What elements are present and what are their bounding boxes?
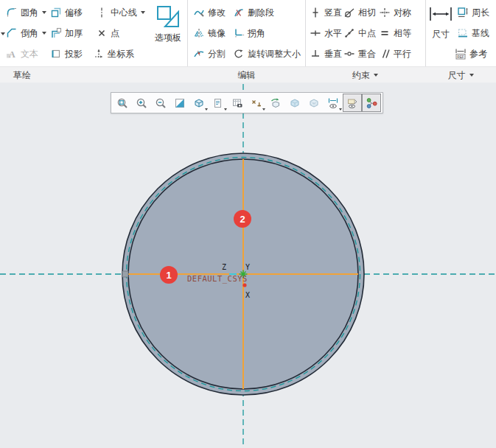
- csys-x-axis-dot: [242, 283, 246, 287]
- group-label-sketch[interactable]: 草绘: [0, 67, 44, 83]
- coincident-constraint-icon: [343, 48, 355, 60]
- modify-button[interactable]: 修改: [193, 4, 226, 21]
- corner-button[interactable]: 拐角: [233, 24, 265, 42]
- dimension-label: 尺寸: [432, 28, 450, 41]
- datum-display-dropdown-icon[interactable]: [262, 108, 265, 111]
- sketch-display-icon: [346, 97, 358, 109]
- zoom-in-button[interactable]: [132, 94, 151, 112]
- view-toolbar: [111, 92, 383, 113]
- datum-display-button[interactable]: [247, 94, 266, 112]
- marker-badge-1[interactable]: 1: [160, 266, 178, 284]
- shaded-view-button[interactable]: [285, 94, 304, 112]
- modify-icon: [193, 7, 205, 18]
- display-style-button[interactable]: [189, 94, 209, 112]
- sketch-canvas[interactable]: Z Y X DEFAULT_CSYS: [0, 83, 496, 448]
- constraints-dropdown-icon[interactable]: [374, 74, 378, 77]
- constraint-horizontal-button[interactable]: 水平: [310, 24, 342, 42]
- vertex-handle[interactable]: [122, 271, 128, 277]
- dimension-button[interactable]: 尺寸: [425, 6, 456, 41]
- centerline-dropdown-icon[interactable]: [141, 11, 145, 14]
- palette-button[interactable]: 选项板: [149, 5, 187, 44]
- delete-segment-button[interactable]: 删除段: [233, 4, 274, 21]
- clipped-dropdown-icon[interactable]: [1, 32, 5, 35]
- dimension-group-label: 尺寸: [448, 69, 466, 82]
- constraint-coincident-button[interactable]: 重合: [343, 45, 376, 63]
- dimension-display-button[interactable]: [324, 94, 343, 112]
- dimension-dropdown-icon[interactable]: [469, 74, 474, 77]
- constraint-parallel-button[interactable]: 平行: [379, 45, 411, 63]
- dimension-display-icon: [327, 97, 339, 109]
- display-style-dropdown-icon[interactable]: [205, 108, 208, 111]
- corner-icon: [233, 27, 245, 39]
- point-button[interactable]: 点: [96, 24, 119, 42]
- thicken-label: 加厚: [65, 27, 83, 40]
- badge-2-number: 2: [240, 214, 245, 225]
- project-button[interactable]: 投影: [50, 45, 83, 63]
- constraint-label: 垂直: [324, 48, 342, 60]
- saved-views-dropdown-icon[interactable]: [224, 108, 227, 111]
- refit-button[interactable]: [113, 94, 132, 112]
- constraint-equal-button[interactable]: 相等: [379, 24, 411, 42]
- constraint-midpoint-button[interactable]: 中点: [343, 24, 376, 42]
- datum-display-icon: [251, 97, 262, 109]
- axis-label-z: Z: [222, 263, 226, 271]
- perimeter-button[interactable]: 周长: [457, 4, 489, 21]
- axis-label-y: Y: [245, 263, 250, 271]
- reference-icon: REF: [455, 48, 467, 60]
- delete-segment-icon: [233, 7, 245, 18]
- reorient-button[interactable]: [266, 94, 285, 112]
- constraint-vertical-button[interactable]: 竖直: [310, 4, 342, 21]
- zoom-out-icon: [155, 97, 167, 109]
- baseline-label: 基线: [472, 27, 489, 40]
- group-label-constraints[interactable]: 约束: [305, 67, 425, 83]
- thicken-button[interactable]: 加厚: [50, 24, 83, 42]
- sketch-orientation-icon: [366, 97, 377, 109]
- fillet-button[interactable]: 圆角: [6, 4, 46, 21]
- fillet-dropdown-icon[interactable]: [42, 11, 46, 14]
- constraint-label: 重合: [358, 48, 376, 60]
- point-label: 点: [111, 27, 119, 40]
- constraint-perpendicular-button[interactable]: 垂直: [310, 45, 342, 63]
- mirror-button[interactable]: 镜像: [193, 24, 226, 42]
- csys-tag[interactable]: DEFAULT_CSYS: [187, 274, 248, 284]
- constraint-label: 中点: [358, 27, 376, 40]
- chamfer-dropdown-icon[interactable]: [42, 32, 46, 35]
- constraint-tangent-button[interactable]: 相切: [343, 4, 376, 21]
- coordinate-system-button[interactable]: 坐标系: [93, 45, 134, 63]
- tangent-constraint-icon: [343, 7, 355, 18]
- constraint-label: 水平: [324, 27, 342, 40]
- sketch-orientation-button[interactable]: [362, 94, 381, 112]
- text-icon: A: [6, 48, 18, 60]
- centerline-button[interactable]: 中心线: [96, 4, 145, 21]
- text-button[interactable]: A 文本: [6, 45, 38, 63]
- marker-badge-2[interactable]: 2: [234, 210, 251, 228]
- rotate-resize-button[interactable]: 旋转调整大小: [233, 45, 301, 63]
- reference-button[interactable]: REF 参考: [455, 45, 487, 63]
- perimeter-label: 周长: [472, 7, 489, 19]
- text-label: 文本: [21, 48, 38, 60]
- offset-button[interactable]: 偏移: [50, 4, 83, 21]
- zoom-out-button[interactable]: [151, 94, 170, 112]
- constraint-label: 竖直: [324, 7, 342, 19]
- dimension-display-dropdown-icon[interactable]: [339, 108, 342, 111]
- view-manager-icon: [231, 97, 243, 109]
- baseline-button[interactable]: 基线: [457, 24, 489, 42]
- group-label-edit[interactable]: 编辑: [188, 67, 305, 83]
- transparent-view-icon: [308, 97, 320, 109]
- corner-label: 拐角: [248, 27, 265, 40]
- sketch-display-button[interactable]: [343, 94, 362, 112]
- modify-label: 修改: [208, 7, 226, 19]
- perpendicular-constraint-icon: [310, 48, 321, 60]
- display-style-icon: [193, 97, 205, 109]
- repaint-button[interactable]: [170, 94, 189, 112]
- divide-button[interactable]: 分割: [193, 45, 226, 63]
- group-label-dimension[interactable]: 尺寸: [425, 67, 496, 83]
- project-label: 投影: [65, 48, 83, 60]
- chamfer-button[interactable]: 倒角: [6, 24, 46, 42]
- constraint-symmetric-button[interactable]: 对称: [379, 4, 411, 21]
- view-manager-button[interactable]: [228, 94, 247, 112]
- fillet-icon: [6, 7, 18, 18]
- saved-views-button[interactable]: [209, 94, 228, 112]
- transparent-view-button[interactable]: [304, 94, 324, 112]
- mirror-label: 镜像: [208, 27, 226, 40]
